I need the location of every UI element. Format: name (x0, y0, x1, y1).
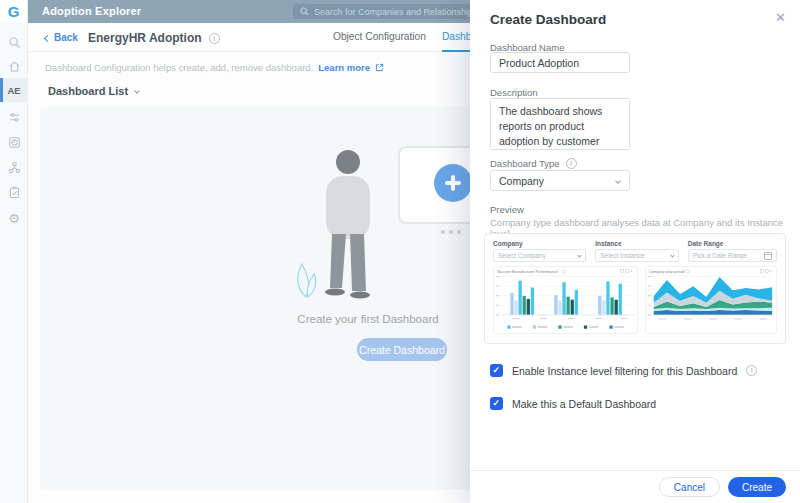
svg-text:Vaccine Manufacturer Performan: Vaccine Manufacturer Performance (497, 270, 558, 274)
create-dashboard-drawer: Create Dashboard Dashboard Name Descript… (470, 0, 800, 503)
learn-more-link[interactable]: Learn more (318, 62, 370, 73)
create-button[interactable]: Create (728, 477, 786, 497)
preview-company-filter: Company Select Company (493, 240, 586, 262)
nav-search-icon[interactable] (0, 31, 28, 53)
svg-text:Company wise period: Company wise period (649, 270, 684, 274)
type-field-label-row: Dashboard Type i (490, 158, 577, 169)
nav-relationships-icon[interactable] (0, 156, 28, 178)
back-button[interactable]: Back (45, 32, 78, 43)
dashboard-preview-thumbnail: Company Select Company Instance Select I… (484, 233, 786, 344)
dashboard-list-dropdown[interactable]: Dashboard List (48, 85, 139, 97)
nav-settings-icon[interactable]: ⚙ (0, 207, 28, 229)
left-nav-rail: G AE ⚙ (0, 0, 28, 503)
preview-label: Preview (490, 204, 524, 215)
leaf-illustration (294, 257, 320, 299)
chevron-down-icon (670, 253, 674, 257)
description-textarea[interactable]: The dashboard shows reports on product a… (490, 98, 630, 150)
drawer-title: Create Dashboard (490, 12, 606, 27)
gainsight-logo[interactable]: G (0, 0, 27, 23)
nav-rules-icon[interactable] (0, 106, 28, 128)
preview-charts-row: Vaccine Manufacturer Performance Company… (485, 266, 785, 334)
drawer-footer: Cancel Create (470, 470, 800, 503)
preview-bar-chart: Vaccine Manufacturer Performance (493, 266, 638, 334)
chevron-down-icon (615, 178, 621, 184)
page-title: EnergyHR Adoption i (88, 31, 220, 45)
nav-tasks-icon[interactable] (0, 181, 28, 203)
default-dashboard-checkbox[interactable] (490, 397, 503, 410)
chevron-down-icon (578, 253, 582, 257)
cancel-button[interactable]: Cancel (659, 477, 720, 497)
create-dashboard-button[interactable]: Create Dashboard (357, 338, 447, 361)
close-icon[interactable] (773, 8, 788, 27)
default-dashboard-row: Make this a Default Dashboard (490, 397, 656, 410)
plus-icon[interactable] (434, 164, 472, 202)
helper-text: Dashboard Configuration helps create, ad… (45, 62, 384, 73)
app-title: Adoption Explorer (42, 5, 141, 17)
dashboard-type-select[interactable]: Company (490, 170, 630, 191)
instance-filtering-row: Enable Instance level filtering for this… (490, 364, 757, 377)
description-field-label: Description (490, 87, 538, 98)
info-icon[interactable]: i (746, 365, 757, 376)
preview-instance-filter: Instance Select Instance (595, 240, 678, 262)
empty-state-message: Create your first Dashboard (268, 313, 468, 325)
calendar-icon (764, 252, 772, 260)
carousel-dots (441, 230, 461, 234)
preview-daterange-filter: Date Range Pick a Date Range (688, 240, 777, 262)
search-icon (300, 7, 309, 16)
tab-object-configuration[interactable]: Object Configuration (333, 23, 426, 52)
dashboard-name-input[interactable] (490, 52, 630, 73)
nav-home-icon[interactable] (0, 55, 28, 77)
nav-timeline-icon[interactable] (0, 131, 28, 153)
info-icon[interactable]: i (566, 158, 577, 169)
info-icon[interactable]: i (209, 33, 220, 44)
chevron-down-icon (134, 88, 140, 94)
instance-filtering-checkbox[interactable] (490, 364, 503, 377)
preview-area-chart: Company wise period (645, 266, 777, 334)
external-link-icon (375, 63, 384, 72)
nav-item-adoption-explorer[interactable]: AE (0, 78, 28, 102)
preview-filter-row: Company Select Company Instance Select I… (485, 234, 785, 266)
chevron-left-icon (44, 34, 51, 41)
search-placeholder: Search for Companies and Relationships (314, 7, 478, 17)
